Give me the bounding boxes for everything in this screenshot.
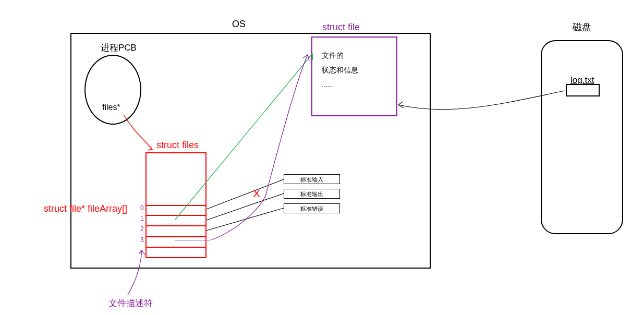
filearray-divider-3 (145, 236, 206, 237)
array-slot-3-line (175, 240, 210, 240)
filearray-divider-2 (145, 225, 206, 226)
struct-file-box: 文件的 状态和信息 ...... (311, 37, 397, 116)
filearray-divider-0 (145, 205, 206, 206)
file-descriptor-label: 文件描述符 (108, 297, 153, 309)
file-array-label: struct file* fileArray[] (44, 203, 127, 214)
filearray-divider-4 (145, 247, 206, 248)
index-1: 1 (140, 215, 144, 222)
stdin-box: 标准输入 (284, 174, 340, 184)
stderr-box: 标准错误 (284, 203, 340, 213)
os-title: OS (232, 19, 246, 30)
stdout-box: 标准输出 (284, 189, 340, 199)
logtxt-box (566, 84, 600, 96)
index-3: 3 (140, 236, 144, 244)
struct-file-line3: ...... (322, 77, 387, 92)
disk-box (541, 40, 623, 234)
struct-files-label: struct files (156, 140, 199, 151)
struct-file-line1: 文件的 (322, 48, 387, 63)
pcb-ellipse (84, 55, 141, 125)
files-pointer-label: files* (102, 103, 120, 112)
filearray-divider-1 (145, 215, 206, 216)
disk-label: 磁盘 (573, 21, 591, 33)
index-0: 0 (140, 204, 144, 212)
struct-file-line2: 状态和信息 (322, 63, 387, 77)
pcb-label: 进程PCB (101, 42, 137, 54)
struct-file-label: struct file (322, 22, 360, 33)
index-2: 2 (140, 225, 144, 233)
